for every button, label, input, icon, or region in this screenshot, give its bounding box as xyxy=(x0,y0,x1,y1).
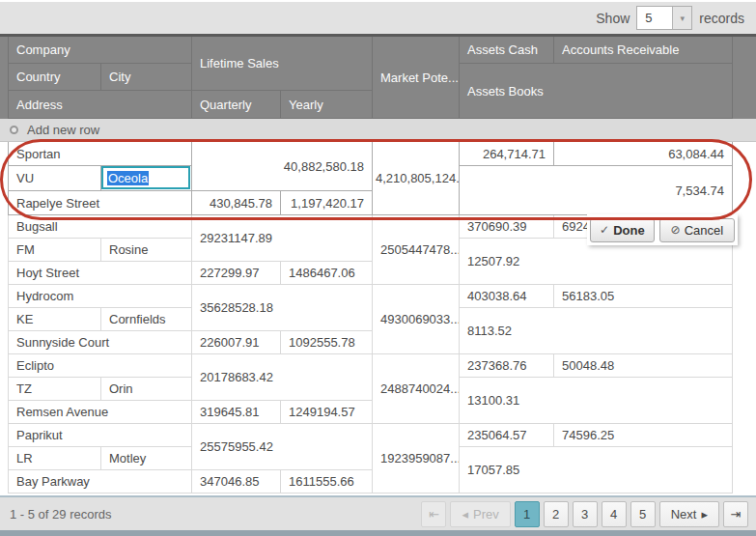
add-new-row-button[interactable]: Add new row xyxy=(0,119,756,142)
page-button-5[interactable]: 5 xyxy=(630,501,656,527)
header-assets-books[interactable]: Assets Books xyxy=(460,64,733,119)
header-market-potential[interactable]: Market Pote... xyxy=(373,37,460,119)
cell-address[interactable]: Bay Parkway xyxy=(8,470,192,494)
cell-city[interactable]: Motley xyxy=(101,447,192,470)
rows-host: Bugsall FM Rosine Hoyt Street 29231147.8… xyxy=(0,215,756,494)
add-new-row-label: Add new row xyxy=(27,123,99,137)
cell-country[interactable]: TZ xyxy=(8,378,101,401)
header-accounts-receivable[interactable]: Accounts Receivable xyxy=(554,37,733,64)
cell-market-potential[interactable]: 2505447478.... xyxy=(373,215,460,285)
cell-company[interactable]: Hydrocom xyxy=(8,285,192,308)
page-size-value[interactable]: 5 xyxy=(637,7,672,29)
cell-assets-books[interactable]: 7,534.74 xyxy=(460,166,733,215)
grid-header: Company Country City Address Lifetime Sa… xyxy=(0,37,756,119)
header-company[interactable]: Company xyxy=(8,37,192,64)
cell-company[interactable]: Bugsall xyxy=(8,215,192,239)
cell-address[interactable]: Rapelye Street xyxy=(8,191,192,215)
cell-country[interactable]: VU xyxy=(8,166,101,191)
cell-market-potential[interactable]: 1923959087.... xyxy=(373,424,460,494)
cell-quarterly[interactable]: 430,845.78 xyxy=(192,191,281,215)
cell-quarterly[interactable]: 347046.85 xyxy=(192,470,281,494)
cell-accounts-receivable[interactable]: 63,084.44 xyxy=(554,142,733,166)
cell-lifetime-sales[interactable]: 40,882,580.18 xyxy=(192,142,373,191)
records-status: 1 - 5 of 29 records xyxy=(10,507,421,522)
cell-assets-cash[interactable]: 403038.64 xyxy=(460,285,554,308)
add-circle-icon xyxy=(10,126,18,134)
cell-city[interactable]: Orin xyxy=(101,378,192,401)
cell-city[interactable]: Oceola xyxy=(101,166,192,191)
prev-arrow-icon: ◂ xyxy=(462,507,468,522)
cell-lifetime-sales[interactable]: 20178683.42 xyxy=(192,354,373,401)
next-page-button[interactable]: Next ▸ xyxy=(659,501,719,527)
next-label: Next xyxy=(671,507,697,522)
cell-assets-books[interactable]: 17057.85 xyxy=(460,447,733,494)
cell-assets-cash[interactable]: 264,714.71 xyxy=(460,142,554,166)
cell-country[interactable]: KE xyxy=(8,308,101,331)
cell-country[interactable]: LR xyxy=(8,447,101,470)
cell-yearly[interactable]: 1486467.06 xyxy=(281,262,373,285)
check-icon: ✓ xyxy=(600,223,609,237)
city-editor-input[interactable]: Oceola xyxy=(101,166,190,189)
cell-yearly[interactable]: 1611555.66 xyxy=(281,470,373,494)
cell-company[interactable]: Paprikut xyxy=(8,424,192,447)
page-button-2[interactable]: 2 xyxy=(544,501,569,527)
cell-address[interactable]: Remsen Avenue xyxy=(8,401,192,424)
header-lifetime-sales[interactable]: Lifetime Sales xyxy=(192,37,373,91)
cell-assets-cash[interactable]: 370690.39 xyxy=(460,215,554,239)
header-quarterly[interactable]: Quarterly xyxy=(192,91,281,119)
cell-quarterly[interactable]: 227299.97 xyxy=(192,262,281,285)
cell-yearly[interactable]: 1249194.57 xyxy=(281,401,373,424)
cell-lifetime-sales[interactable]: 25575955.42 xyxy=(192,424,373,470)
cell-quarterly[interactable]: 319645.81 xyxy=(192,401,281,424)
page-button-1[interactable]: 1 xyxy=(515,501,540,527)
first-page-button[interactable]: ⇤ xyxy=(421,501,446,527)
cell-accounts-receivable[interactable]: 74596.25 xyxy=(554,424,733,447)
grid-widget: Show 5 ▾ records Company Country City Ad… xyxy=(0,0,756,536)
cell-assets-books[interactable]: 13100.31 xyxy=(460,378,733,424)
prev-label: Prev xyxy=(473,507,499,522)
pager: ⇤ ◂ Prev 1 2 3 4 5 Next ▸ ⇥ xyxy=(421,501,748,527)
show-label: Show xyxy=(596,11,630,26)
header-country[interactable]: Country xyxy=(8,64,101,91)
cell-accounts-receivable[interactable]: 56183.05 xyxy=(554,285,733,308)
header-yearly[interactable]: Yearly xyxy=(281,91,373,119)
cell-market-potential[interactable]: 2488740024.... xyxy=(373,354,460,424)
grid-body: Sportan VU Oceola Rapelye Street 40,882,… xyxy=(0,142,756,495)
header-city[interactable]: City xyxy=(101,64,192,91)
header-address[interactable]: Address xyxy=(8,91,192,119)
cell-assets-books[interactable]: 12507.92 xyxy=(460,239,733,285)
cell-yearly[interactable]: 1092555.78 xyxy=(281,331,373,354)
cell-market-potential[interactable]: 4,210,805,124.6 xyxy=(373,142,460,215)
cell-assets-cash[interactable]: 235064.57 xyxy=(460,424,554,447)
cell-lifetime-sales[interactable]: 35628528.18 xyxy=(192,285,373,331)
table-row-group[interactable]: Eclipto TZ Orin Remsen Avenue 20178683.4… xyxy=(8,354,733,424)
cell-city[interactable]: Cornfields xyxy=(101,308,192,331)
cell-market-potential[interactable]: 4930069033.... xyxy=(373,285,460,354)
table-row-group[interactable]: Hydrocom KE Cornfields Sunnyside Court 3… xyxy=(8,285,733,354)
page-size-control[interactable]: 5 ▾ xyxy=(636,6,692,30)
cell-company[interactable]: Eclipto xyxy=(8,354,192,378)
cell-accounts-receivable[interactable]: 50048.48 xyxy=(554,354,733,378)
page-button-3[interactable]: 3 xyxy=(573,501,598,527)
cell-address[interactable]: Sunnyside Court xyxy=(8,331,192,354)
cancel-label: Cancel xyxy=(685,223,723,238)
cell-lifetime-sales[interactable]: 29231147.89 xyxy=(192,215,373,262)
cell-company[interactable]: Sportan xyxy=(8,142,192,166)
cell-assets-books[interactable]: 8113.52 xyxy=(460,308,733,354)
cell-quarterly[interactable]: 226007.91 xyxy=(192,331,281,354)
edit-row-group[interactable]: Sportan VU Oceola Rapelye Street 40,882,… xyxy=(8,142,733,215)
cancel-button[interactable]: ⊘ Cancel xyxy=(659,218,735,242)
page-button-4[interactable]: 4 xyxy=(602,501,627,527)
cell-yearly[interactable]: 1,197,420.17 xyxy=(281,191,373,215)
selected-text: Oceola xyxy=(107,171,149,185)
cell-city[interactable]: Rosine xyxy=(101,239,192,262)
cell-assets-cash[interactable]: 237368.76 xyxy=(460,354,554,378)
cell-address[interactable]: Hoyt Street xyxy=(8,262,192,285)
table-row-group[interactable]: Paprikut LR Motley Bay Parkway 25575955.… xyxy=(8,424,733,494)
chevron-down-icon[interactable]: ▾ xyxy=(672,7,691,29)
last-page-button[interactable]: ⇥ xyxy=(723,501,748,527)
cell-country[interactable]: FM xyxy=(8,239,101,262)
header-assets-cash[interactable]: Assets Cash xyxy=(460,37,554,64)
done-button[interactable]: ✓ Done xyxy=(590,218,655,242)
prev-page-button[interactable]: ◂ Prev xyxy=(450,501,510,527)
